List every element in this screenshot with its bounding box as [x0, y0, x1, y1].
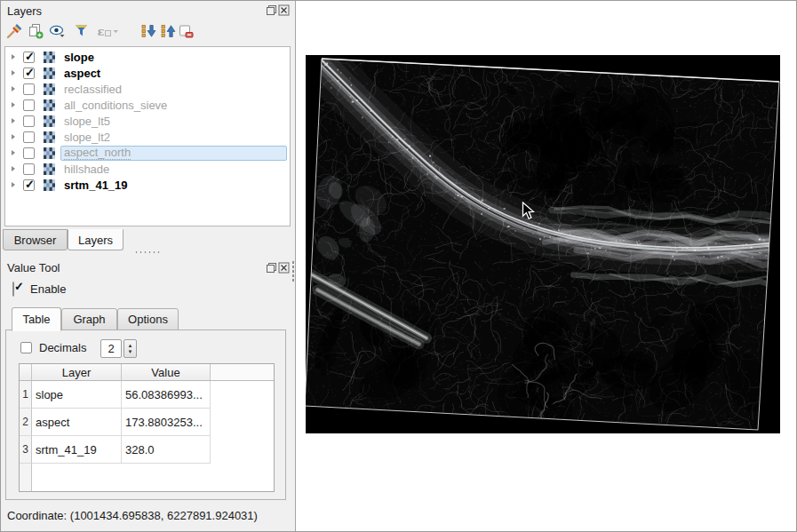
enable-label: Enable — [30, 282, 66, 296]
layers-panel-title: Layers — [7, 4, 42, 18]
layer-checkbox[interactable] — [23, 52, 35, 63]
layer-label-area: aspect_north — [60, 146, 287, 161]
value-table-grid: LayerValue1slope56.08386993...2aspect173… — [20, 364, 274, 491]
row-number-cell: 2 — [20, 409, 32, 436]
layer-label: reclassified — [64, 83, 122, 96]
close-panel-button[interactable] — [278, 4, 290, 16]
decimals-checkbox[interactable] — [20, 342, 32, 353]
layer-checkbox[interactable] — [23, 163, 35, 175]
layer-row[interactable]: all_conditions_sieve — [5, 97, 290, 113]
decimals-label: Decimals — [39, 341, 86, 354]
column-header-layer[interactable]: Layer — [32, 364, 122, 381]
layer-tree: slopeaspectreclassifiedall_conditions_si… — [4, 46, 291, 226]
layer-checkbox[interactable] — [23, 147, 35, 159]
column-header-value[interactable]: Value — [122, 364, 211, 381]
filler-cell — [32, 464, 274, 491]
expand-all-button[interactable] — [139, 22, 158, 42]
dock-tab-layers[interactable]: Layers — [68, 229, 124, 250]
filter-expression-button: ε — [95, 22, 120, 42]
layer-row[interactable]: aspect_north — [5, 145, 290, 161]
spinner-up-button[interactable]: ▲ — [128, 343, 133, 349]
filler-cell — [211, 436, 274, 464]
raster-image[interactable] — [306, 55, 780, 433]
float-panel-button[interactable] — [266, 4, 277, 16]
filter-legend-button[interactable] — [72, 22, 92, 42]
layer-styling-button[interactable] — [4, 22, 24, 42]
expand-arrow-icon[interactable] — [12, 86, 15, 91]
qgis-window: Layers ε slopeaspectreclassifiedall_cond… — [0, 0, 797, 532]
expand-arrow-icon[interactable] — [12, 102, 15, 107]
layer-checkbox[interactable] — [23, 179, 35, 191]
layer-label: aspect_north — [64, 146, 131, 160]
layer-row[interactable]: aspect — [5, 65, 290, 81]
value-cell: 56.08386993... — [122, 381, 211, 409]
dock-tab-browser[interactable]: Browser — [3, 229, 68, 250]
layer-label: slope — [64, 51, 94, 64]
layer-label-area: all_conditions_sieve — [60, 98, 287, 113]
mouse-cursor-icon — [522, 202, 536, 221]
expand-arrow-icon[interactable] — [12, 118, 15, 123]
map-themes-icon — [49, 23, 67, 42]
expand-arrow-icon[interactable] — [12, 54, 15, 60]
layer-cell: slope — [32, 381, 122, 409]
layer-label-area: reclassified — [60, 82, 287, 97]
layer-label-area: slope_lt5 — [60, 114, 287, 129]
layer-styling-icon — [6, 23, 23, 42]
decimals-spinner-buttons: ▲ ▼ — [124, 339, 137, 358]
layer-checkbox[interactable] — [23, 67, 35, 79]
row-number-cell: 3 — [20, 436, 32, 464]
add-group-button[interactable] — [26, 22, 45, 42]
collapse-all-button[interactable] — [158, 22, 178, 42]
layer-row[interactable]: slope — [5, 49, 290, 65]
value-cell: 173.8803253... — [122, 409, 211, 436]
tab-options[interactable]: Options — [117, 308, 179, 330]
layer-cell: srtm_41_19 — [32, 436, 122, 464]
filter-expression-icon: ε — [96, 23, 119, 42]
layer-checkbox[interactable] — [23, 83, 35, 95]
layer-row[interactable]: srtm_41_19 — [5, 177, 290, 193]
expand-arrow-icon[interactable] — [12, 182, 15, 187]
close-panel-button[interactable] — [278, 262, 290, 274]
layer-checkbox[interactable] — [23, 115, 35, 127]
expand-arrow-icon[interactable] — [12, 150, 15, 155]
close-icon — [278, 4, 290, 16]
value-tool-title: Value Tool — [7, 261, 60, 274]
layer-label-area: hillshade — [60, 162, 287, 177]
value-table: LayerValue1slope56.08386993...2aspect173… — [19, 363, 275, 492]
layer-checkbox[interactable] — [23, 99, 35, 111]
tab-graph[interactable]: Graph — [61, 308, 117, 330]
float-panel-button[interactable] — [266, 262, 277, 274]
layer-label: hillshade — [64, 163, 109, 176]
manage-map-themes-button[interactable] — [48, 22, 68, 42]
layer-label-area: aspect — [60, 66, 287, 81]
layer-label-area: slope — [60, 50, 287, 65]
decimals-spinner-value[interactable]: 2 — [100, 339, 122, 358]
float-icon — [266, 262, 277, 274]
enable-checkbox[interactable] — [12, 282, 14, 297]
layer-row[interactable]: slope_lt5 — [5, 113, 290, 129]
expand-arrow-icon[interactable] — [12, 70, 15, 75]
filter-legend-icon — [74, 23, 90, 42]
filler-cell — [211, 381, 274, 409]
coordinate-status: Coordinate: (1001434.695838, 6227891.924… — [7, 509, 258, 522]
decimals-spinner[interactable]: 2 ▲ ▼ — [100, 339, 137, 358]
tab-table[interactable]: Table — [12, 307, 61, 331]
layer-checkbox[interactable] — [23, 131, 35, 143]
spinner-down-button[interactable]: ▼ — [128, 349, 133, 355]
layer-label: all_conditions_sieve — [64, 99, 167, 112]
panel-splitter-handle[interactable] — [134, 250, 161, 254]
layer-label: aspect — [64, 67, 100, 80]
raster-layer-icon — [44, 115, 55, 127]
raster-layer-icon — [44, 99, 55, 111]
layer-label-area: slope_lt2 — [60, 130, 287, 145]
layer-label: srtm_41_19 — [64, 179, 128, 192]
value-tool-pane: Decimals 2 ▲ ▼ LayerValue1slope56.083869… — [5, 330, 286, 500]
expand-arrow-icon[interactable] — [12, 166, 15, 171]
expand-arrow-icon[interactable] — [12, 134, 15, 139]
filler-cell — [211, 409, 274, 436]
layer-row[interactable]: slope_lt2 — [5, 129, 290, 145]
remove-layer-icon — [178, 23, 194, 42]
layer-row[interactable]: hillshade — [5, 161, 290, 177]
layer-row[interactable]: reclassified — [5, 81, 290, 97]
remove-layer-button[interactable] — [176, 22, 195, 42]
